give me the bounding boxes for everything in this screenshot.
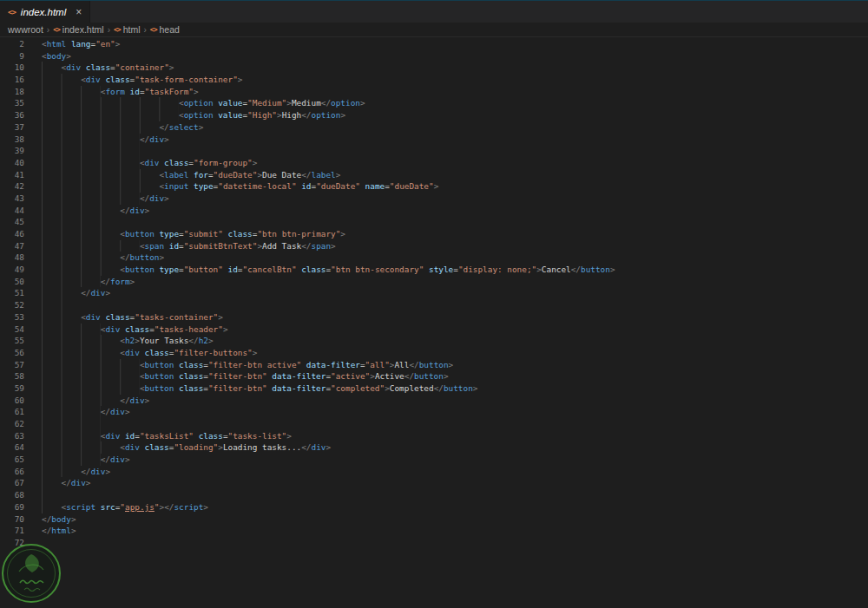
code-line[interactable]: <button class="filter-btn" data-filter="… (42, 382, 868, 395)
line-number[interactable]: 40 (0, 157, 24, 169)
line-number[interactable]: 66 (0, 466, 24, 478)
code-line[interactable]: <button type="button" id="cancelBtn" cla… (42, 264, 868, 276)
line-number[interactable]: 62 (0, 418, 24, 430)
line-number[interactable]: 59 (0, 382, 24, 395)
code-line[interactable]: </div> (42, 205, 868, 217)
line-number[interactable]: 39 (0, 145, 24, 157)
line-number[interactable]: 50 (0, 276, 24, 288)
breadcrumb-item-index-html[interactable]: <>index.html (53, 24, 104, 35)
line-number[interactable]: 46 (0, 228, 24, 240)
code-line[interactable]: <div class="form-group"> (42, 157, 868, 169)
editor-row: 69<script src="app.js"></script> (0, 501, 868, 513)
code-line[interactable]: <html lang="en"> (42, 38, 868, 50)
indent-guides (42, 501, 62, 513)
line-number[interactable]: 68 (0, 489, 24, 501)
code-line[interactable]: </div> (42, 134, 868, 146)
breadcrumb-separator: › (144, 25, 147, 35)
code-line[interactable]: </div> (42, 287, 868, 299)
code-line[interactable]: </div> (42, 395, 868, 407)
code-line[interactable]: <form id="taskForm"> (42, 86, 868, 98)
line-number[interactable]: 64 (0, 441, 24, 454)
code-line[interactable]: <label for="dueDate">Due Date</label> (42, 169, 868, 181)
code-line[interactable] (42, 216, 868, 228)
code-line[interactable]: </html> (42, 525, 868, 537)
line-number[interactable]: 49 (0, 264, 24, 276)
line-number[interactable]: 56 (0, 347, 24, 359)
breadcrumb-item-wwwroot[interactable]: wwwroot (8, 24, 43, 35)
code-line[interactable]: <div class="container"> (42, 62, 868, 74)
breadcrumb: wwwroot›<>index.html›<>html›<>head (0, 23, 868, 37)
code-line[interactable]: </div> (42, 454, 868, 466)
line-number[interactable]: 58 (0, 370, 24, 382)
code-line[interactable] (42, 145, 868, 157)
code-line[interactable]: </div> (42, 406, 868, 418)
code-line[interactable]: <input type="datetime-local" id="dueDate… (42, 180, 868, 193)
code-line[interactable]: </form> (42, 276, 868, 288)
editor-row: 50</form> (0, 276, 868, 288)
code-line[interactable]: <script src="app.js"></script> (42, 501, 868, 513)
line-number[interactable]: 45 (0, 216, 24, 228)
line-number[interactable]: 35 (0, 97, 24, 109)
line-number[interactable]: 57 (0, 359, 24, 371)
line-number[interactable]: 48 (0, 252, 24, 264)
line-number[interactable]: 70 (0, 513, 24, 526)
breadcrumb-item-html[interactable]: <>html (114, 24, 140, 35)
line-number[interactable]: 9 (0, 50, 24, 62)
code-line[interactable]: </body> (42, 513, 868, 526)
line-number[interactable]: 52 (0, 299, 24, 311)
editor-row: 9<body> (0, 50, 868, 62)
code-line[interactable]: </div> (42, 466, 868, 478)
line-number[interactable]: 37 (0, 121, 24, 134)
line-number[interactable]: 16 (0, 74, 24, 86)
line-number[interactable]: 36 (0, 109, 24, 121)
code-line[interactable]: <option value="High">High</option> (42, 109, 868, 121)
line-number[interactable]: 65 (0, 454, 24, 466)
line-number[interactable]: 55 (0, 335, 24, 347)
line-number[interactable]: 10 (0, 62, 24, 74)
close-icon[interactable]: × (76, 7, 82, 17)
code-line[interactable]: <button type="submit" class="btn btn-pri… (42, 228, 868, 240)
indent-guides (42, 252, 120, 264)
code-line[interactable]: <div class="tasks-container"> (42, 311, 868, 324)
code-line[interactable] (42, 537, 868, 549)
code-line[interactable]: <div class="loading">Loading tasks...</d… (42, 441, 868, 454)
line-number[interactable]: 44 (0, 205, 24, 217)
line-number[interactable]: 41 (0, 169, 24, 181)
line-number[interactable]: 54 (0, 324, 24, 336)
line-number[interactable]: 63 (0, 430, 24, 442)
code-line[interactable] (42, 299, 868, 311)
line-number[interactable]: 2 (0, 38, 24, 50)
code-line[interactable]: <h2>Your Tasks</h2> (42, 335, 868, 347)
line-number[interactable]: 61 (0, 406, 24, 418)
code-line[interactable]: <div class="task-form-container"> (42, 74, 868, 86)
tab-index-html[interactable]: <> index.html × (0, 1, 90, 23)
line-number[interactable]: 69 (0, 501, 24, 513)
code-line[interactable]: <option value="Medium">Medium</option> (42, 97, 868, 109)
code-line[interactable] (42, 489, 868, 501)
code-line[interactable]: <div class="tasks-header"> (42, 324, 868, 336)
editor-row: 38</div> (0, 134, 868, 146)
code-line[interactable]: </select> (42, 121, 868, 134)
code-line[interactable]: <div class="filter-buttons"> (42, 347, 868, 359)
code-line[interactable]: <span id="submitBtnText">Add Task</span> (42, 240, 868, 252)
line-number[interactable]: 43 (0, 193, 24, 205)
line-number[interactable]: 47 (0, 240, 24, 252)
editor: 2<html lang="en">9<body>10<div class="co… (0, 37, 868, 549)
line-number[interactable]: 67 (0, 477, 24, 489)
line-number[interactable]: 51 (0, 287, 24, 299)
line-number[interactable]: 38 (0, 134, 24, 146)
code-line[interactable]: </div> (42, 193, 868, 205)
code-line[interactable] (42, 418, 868, 430)
code-line[interactable]: <body> (42, 50, 868, 62)
code-line[interactable]: <button class="filter-btn active" data-f… (42, 359, 868, 371)
line-number[interactable]: 18 (0, 86, 24, 98)
code-line[interactable]: <div id="tasksList" class="tasks-list"> (42, 430, 868, 442)
code-line[interactable]: </button> (42, 252, 868, 264)
line-number[interactable]: 42 (0, 180, 24, 193)
line-number[interactable]: 53 (0, 311, 24, 324)
breadcrumb-item-head[interactable]: <>head (150, 24, 180, 35)
code-line[interactable]: </div> (42, 477, 868, 489)
line-number[interactable]: 60 (0, 395, 24, 407)
code-line[interactable]: <button class="filter-btn" data-filter="… (42, 370, 868, 382)
line-number[interactable]: 71 (0, 525, 24, 537)
